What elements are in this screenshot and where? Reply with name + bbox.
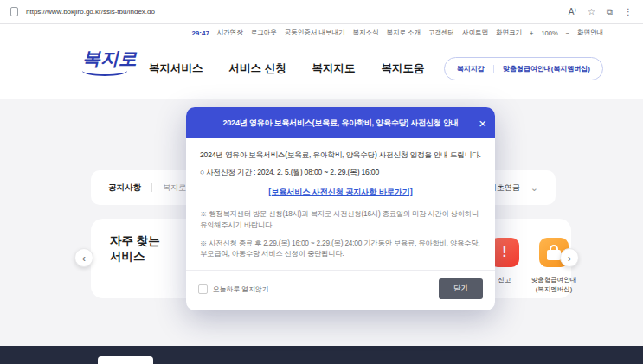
read-aloud-icon[interactable]: A⁾	[569, 7, 576, 17]
utility-zoom-in[interactable]: +	[530, 29, 533, 37]
utility-screen-guide[interactable]: 화면안내	[577, 29, 603, 37]
utility-zoom-out[interactable]: −	[566, 29, 569, 37]
bag-body	[547, 250, 561, 260]
utility-bar: 29:47 시간연장 로그아웃 공동인증서 내보내기 복지소식 복지로 소개 고…	[191, 29, 603, 37]
site-logo[interactable]: 복지로	[82, 47, 137, 71]
modal-header: 2024년 영유아 보육서비스(보육료, 유아학비, 양육수당) 사전신청 안내…	[186, 107, 495, 138]
modal-title: 2024년 영유아 보육서비스(보육료, 유아학비, 양육수당) 사전신청 안내	[222, 118, 458, 129]
browser-toolbar-icons: A⁾ ☆ ⧉ ⋮	[569, 7, 633, 17]
dont-show-today-option[interactable]: 오늘하루 열지않기	[198, 284, 269, 294]
wallet-link[interactable]: 복지지갑	[457, 64, 485, 73]
browser-chrome: https://www.bokjiro.go.kr/ssis-tbu/index…	[0, 0, 643, 24]
nav-welfare-help[interactable]: 복지도움	[381, 61, 424, 76]
split-screen-icon[interactable]: ⧉	[607, 7, 613, 17]
page-footer	[0, 346, 643, 364]
nav-welfare-services[interactable]: 복지서비스	[149, 61, 203, 76]
services-title-line2: 서비스	[110, 249, 160, 265]
favorites-star-icon[interactable]: ☆	[588, 7, 595, 17]
more-icon[interactable]: ⋮	[624, 7, 633, 17]
service-membership-label-line2: (복지멤버십)	[515, 285, 593, 295]
notice-divider	[151, 183, 152, 192]
utility-cert-export[interactable]: 공동인증서 내보내기	[285, 29, 345, 37]
chevron-down-icon[interactable]: ⌄	[530, 182, 538, 194]
modal-intro-text: 2024년 영유아 보육서비스(보육료, 유아학비, 양육수당) 사전신청 일정…	[200, 150, 481, 161]
utility-welfare-news[interactable]: 복지소식	[352, 29, 378, 37]
services-title-line1: 자주 찾는	[110, 233, 160, 249]
utility-logout[interactable]: 로그아웃	[251, 29, 277, 37]
modal-footer: 오늘하루 열지않기 닫기	[186, 270, 495, 310]
screen: https://www.bokjiro.go.kr/ssis-tbu/index…	[0, 0, 643, 364]
utility-screen-size-label: 화면크기	[496, 29, 522, 37]
pre-application-notice-link[interactable]: [보육서비스 사전신청 공지사항 바로가기]	[200, 187, 481, 198]
utility-sitemap[interactable]: 사이트맵	[462, 29, 488, 37]
service-membership-label-line1: 맞춤형급여안내	[515, 276, 593, 285]
modal-close-button[interactable]: 닫기	[439, 278, 483, 299]
modal-note1: ※ 행정복지센터 방문 신청(18시)과 복지로 사전신청(16시) 종료일의 …	[200, 208, 481, 231]
nav-service-apply[interactable]: 서비스 신청	[229, 61, 286, 76]
pre-application-modal: 2024년 영유아 보육서비스(보육료, 유아학비, 양육수당) 사전신청 안내…	[186, 107, 495, 310]
modal-note2: ※ 사전신청 종료 후 2.29.(목) 16:00 ~ 2.29.(목) 24…	[200, 238, 481, 260]
utility-zoom-level: 100%	[541, 29, 557, 37]
carousel-prev-button[interactable]: ‹	[74, 248, 93, 267]
modal-period-text: ○ 사전신청 기간 : 2024. 2. 5.(월) 08:00 ~ 2. 29…	[200, 167, 481, 178]
utility-customer-center[interactable]: 고객센터	[428, 29, 454, 37]
session-timer: 29:47	[191, 29, 209, 37]
site-header: 복지로 복지서비스 서비스 신청 복지지도 복지도움 복지신고 복지지갑 맞춤형…	[0, 38, 643, 99]
report-glyph: !	[502, 245, 506, 260]
service-membership[interactable]: 맞춤형급여안내 (복지멤버십)	[515, 238, 593, 294]
url-bar[interactable]: https://www.bokjiro.go.kr/ssis-tbu/index…	[26, 8, 569, 16]
utility-about-bokjiro[interactable]: 복지로 소개	[386, 29, 421, 37]
pill-divider	[493, 65, 494, 73]
footer-panel	[98, 356, 153, 364]
header-quick-links: 복지지갑 맞춤형급여안내(복지멤버십)	[444, 57, 603, 80]
page-icon	[10, 7, 18, 16]
close-icon[interactable]: ×	[479, 117, 486, 130]
services-title: 자주 찾는 서비스	[110, 233, 160, 265]
nav-welfare-map[interactable]: 복지지도	[312, 61, 355, 76]
service-membership-label: 맞춤형급여안내 (복지멤버십)	[515, 276, 593, 294]
membership-link[interactable]: 맞춤형급여안내(복지멤버십)	[503, 64, 590, 73]
dont-show-today-label: 오늘하루 열지않기	[213, 284, 269, 294]
dont-show-today-checkbox[interactable]	[198, 284, 208, 294]
modal-body: 2024년 영유아 보육서비스(보육료, 유아학비, 양육수당) 사전신청 일정…	[186, 138, 495, 270]
utility-extend-time[interactable]: 시간연장	[217, 29, 243, 37]
tab-notice[interactable]: 공지사항	[108, 182, 141, 194]
carousel-next-button[interactable]: ›	[560, 248, 579, 267]
main-nav: 복지서비스 서비스 신청 복지지도 복지도움 복지신고	[149, 61, 493, 76]
